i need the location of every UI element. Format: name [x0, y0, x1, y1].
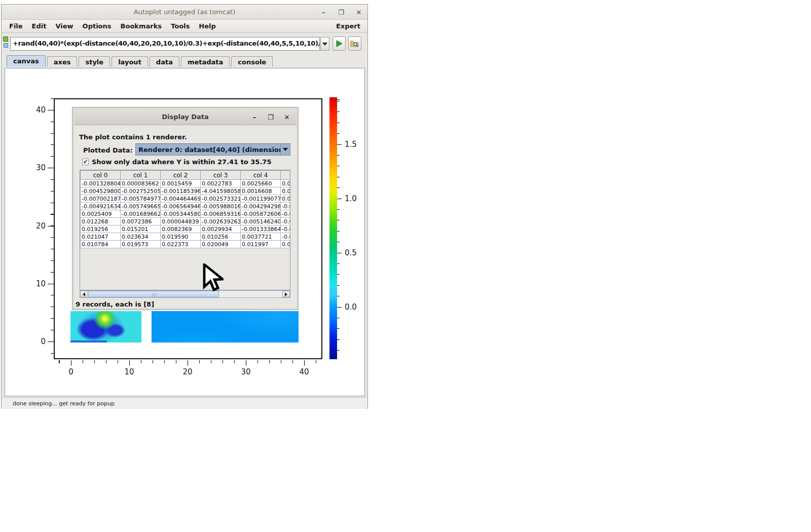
table-row[interactable]: -0.007002187...-0.005784977...-0.0044644… — [81, 195, 291, 203]
table-cell[interactable]: -4.041598058... — [201, 187, 241, 195]
dialog-maximize-icon[interactable]: ❐ — [268, 113, 274, 121]
table-cell[interactable]: -0.001333864... — [241, 225, 281, 233]
window-titlebar[interactable]: Autoplot untagged (as tomcat) – ❐ ✕ — [2, 5, 367, 20]
table-cell[interactable]: 0.0025409 — [81, 210, 121, 218]
scroll-right-button[interactable] — [282, 291, 290, 297]
table-cell[interactable]: -0.005784977... — [121, 195, 161, 203]
table-col-header[interactable]: col 3 — [201, 171, 241, 180]
table-cell[interactable]: 0.0029934 — [201, 225, 241, 233]
table-cell[interactable]: -0.002752505... — [121, 187, 161, 195]
table-cell[interactable]: 0.00 — [281, 241, 291, 248]
table-col-header[interactable]: col 0 — [81, 171, 121, 180]
table-cell[interactable]: -0.001199077... — [241, 195, 281, 203]
tab-console[interactable]: console — [231, 56, 273, 67]
menu-file[interactable]: File — [5, 22, 27, 30]
scroll-left-button[interactable] — [80, 291, 88, 297]
table-cell[interactable]: 0.000044839 — [161, 218, 201, 225]
table-col-header[interactable]: col 4 — [241, 171, 281, 180]
table-cell[interactable]: 0.021047 — [81, 233, 121, 241]
table-cell[interactable]: 0.010784 — [81, 241, 121, 248]
table-cell[interactable]: 0.0022783 — [201, 180, 241, 187]
table-cell[interactable]: -0.005146240... — [241, 218, 281, 225]
uri-dropdown-button[interactable] — [320, 37, 329, 51]
table-cell[interactable]: -0.0 — [281, 203, 291, 210]
table-cell[interactable]: 0.0082369 — [161, 225, 201, 233]
table-cell[interactable]: -0.004294298... — [241, 203, 281, 210]
menu-view[interactable]: View — [51, 22, 78, 30]
table-cell[interactable]: 0.012268 — [81, 218, 121, 225]
tab-metadata[interactable]: metadata — [181, 56, 230, 67]
menu-bookmarks[interactable]: Bookmarks — [116, 22, 167, 30]
table-cell[interactable]: -0.0 — [281, 233, 291, 241]
table-cell[interactable]: 0.0015459 — [161, 180, 201, 187]
filter-checkbox[interactable]: ✔ — [82, 159, 89, 165]
table-cell[interactable]: 0.00 — [281, 195, 291, 203]
tab-canvas[interactable]: canvas — [7, 55, 46, 67]
table-cell[interactable]: 0.019573 — [121, 241, 161, 248]
table-row[interactable]: 0.0107840.0195730.0223730.0200490.011997… — [81, 241, 291, 248]
horizontal-scrollbar[interactable] — [80, 290, 290, 298]
dialog-close-icon[interactable]: ✕ — [284, 113, 290, 121]
table-cell[interactable]: -0.005988016... — [201, 203, 241, 210]
table-cell[interactable]: -0.005344580... — [161, 210, 201, 218]
table-cell[interactable]: -0.0 — [281, 225, 291, 233]
table-cell[interactable]: -0.0 — [281, 218, 291, 225]
table-row[interactable]: 0.0025409-0.001689662...-0.005344580...-… — [81, 210, 291, 218]
table-cell[interactable]: -0.001689662... — [121, 210, 161, 218]
menu-options[interactable]: Options — [78, 22, 116, 30]
table-row[interactable]: 0.0210470.0236340.0195900.0102560.003772… — [81, 233, 291, 241]
table-cell[interactable]: 0.019590 — [161, 233, 201, 241]
table-row[interactable]: -0.004529800...-0.002752505...-0.0011853… — [81, 187, 291, 195]
data-table-scrollpane[interactable]: col 0col 1col 2col 3col 4 -0.001328804..… — [80, 170, 290, 290]
table-cell[interactable]: 0.011997 — [241, 241, 281, 248]
table-row[interactable]: -0.004921634...-0.005749665...-0.0065649… — [81, 203, 291, 210]
scrollbar-thumb[interactable] — [88, 291, 219, 297]
table-cell[interactable]: 0.019256 — [81, 225, 121, 233]
tab-layout[interactable]: layout — [112, 56, 148, 67]
minimize-icon[interactable]: – — [320, 9, 327, 16]
table-cell[interactable]: -0.004529800... — [81, 187, 121, 195]
dialog-minimize-icon[interactable]: – — [251, 113, 257, 121]
table-cell[interactable]: 0.0016608 — [241, 187, 281, 195]
table-cell[interactable]: -0.001328804... — [81, 180, 121, 187]
close-icon[interactable]: ✕ — [355, 9, 362, 16]
table-row[interactable]: 0.0192560.0152010.00823690.0029934-0.001… — [81, 225, 291, 233]
table-col-header[interactable]: col 1 — [121, 171, 161, 180]
uri-input[interactable]: +rand(40,40)*(exp(-distance(40,40,20,20,… — [10, 37, 320, 51]
table-col-header[interactable] — [281, 171, 291, 180]
table-cell[interactable]: -0.005872606... — [241, 210, 281, 218]
table-cell[interactable]: 0.015201 — [121, 225, 161, 233]
table-cell[interactable]: -0.004464469... — [161, 195, 201, 203]
table-col-header[interactable]: col 2 — [161, 171, 201, 180]
table-cell[interactable]: 0.022373 — [161, 241, 201, 248]
table-cell[interactable]: -0.002573321... — [201, 195, 241, 203]
table-cell[interactable]: -0.004921634... — [81, 203, 121, 210]
go-button[interactable] — [333, 36, 346, 51]
table-cell[interactable]: 0.0037721 — [241, 233, 281, 241]
table-cell[interactable]: -0.006859316... — [201, 210, 241, 218]
table-cell[interactable]: -0.005749665... — [121, 203, 161, 210]
menu-help[interactable]: Help — [194, 22, 220, 30]
table-cell[interactable]: 0.00 — [281, 180, 291, 187]
table-row[interactable]: 0.0122680.00723860.000044839-0.002639263… — [81, 218, 291, 225]
table-cell[interactable]: 0.000083662 — [121, 180, 161, 187]
table-cell[interactable]: -0.001185396... — [161, 187, 201, 195]
table-cell[interactable]: 0.0025660 — [241, 180, 281, 187]
table-cell[interactable]: -0.006564946... — [161, 203, 201, 210]
table-cell[interactable]: -0.002639263... — [201, 218, 241, 225]
inspect-uri-button[interactable] — [348, 36, 361, 51]
table-cell[interactable]: -0.007002187... — [81, 195, 121, 203]
table-row[interactable]: -0.001328804...0.0000836620.00154590.002… — [81, 180, 291, 187]
tab-axes[interactable]: axes — [47, 56, 78, 67]
table-cell[interactable]: 0.020049 — [201, 241, 241, 248]
table-cell[interactable]: -0.0 — [281, 210, 291, 218]
table-cell[interactable]: 0.00 — [281, 187, 291, 195]
table-cell[interactable]: 0.0072386 — [121, 218, 161, 225]
table-cell[interactable]: 0.023634 — [121, 233, 161, 241]
tab-data[interactable]: data — [150, 56, 179, 67]
menu-tools[interactable]: Tools — [166, 22, 194, 30]
expert-menu[interactable]: Expert — [336, 22, 364, 30]
tab-style[interactable]: style — [79, 56, 110, 67]
maximize-icon[interactable]: ❐ — [338, 9, 345, 16]
table-cell[interactable]: 0.010256 — [201, 233, 241, 241]
